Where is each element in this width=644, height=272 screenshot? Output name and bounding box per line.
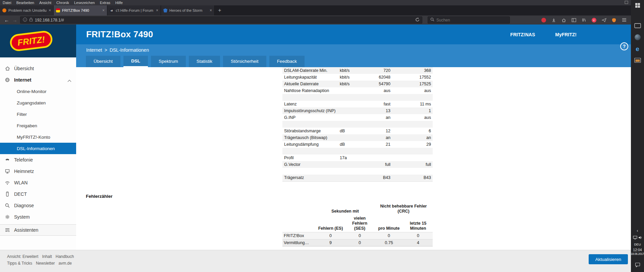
sidebar-item-freigaben[interactable]: Freigaben	[0, 120, 76, 131]
help-button[interactable]: ?	[620, 42, 628, 50]
app-icon-sphere[interactable]	[633, 33, 642, 42]
search-bar[interactable]	[428, 16, 510, 24]
keyboard-language[interactable]: DEU	[634, 242, 641, 246]
footer-link-handbuch[interactable]: Handbuch	[56, 254, 74, 259]
row-value-downstream	[358, 168, 392, 175]
tab-uebersicht[interactable]: Übersicht	[86, 56, 120, 67]
search-input[interactable]	[436, 18, 507, 22]
row-value-downstream	[358, 154, 392, 161]
menu-lesezeichen[interactable]: Lesezeichen	[74, 1, 95, 5]
close-tab-icon[interactable]: ×	[156, 8, 158, 13]
sidebar-item-dsl-informationen[interactable]: DSL-Informationen	[0, 143, 76, 154]
home-icon[interactable]	[561, 17, 567, 23]
tab-spektrum[interactable]: Spektrum	[151, 56, 186, 67]
tab-feedback[interactable]: Feedback	[269, 56, 305, 67]
footer-link-inhalt[interactable]: Inhalt	[42, 254, 52, 259]
menu-extras[interactable]: Extras	[100, 1, 110, 5]
close-tab-icon[interactable]: ×	[210, 8, 212, 13]
menu-datei[interactable]: Datei	[3, 1, 11, 5]
edge-browser-icon[interactable]: e	[633, 44, 642, 53]
group-header-seconds: Sekunden mit	[316, 203, 374, 215]
sidebar-item-uebersicht[interactable]: Übersicht	[0, 63, 76, 74]
sidebar-item-label: Telefonie	[14, 157, 33, 163]
tab-stoersicherheit[interactable]: Störsicherheit	[223, 56, 266, 67]
browser-tab-1[interactable]: Problem nach Umstellung a ×	[0, 5, 54, 15]
action-center-icon[interactable]	[635, 262, 640, 269]
row-value-upstream	[392, 168, 433, 175]
table-row: Profil 17a	[282, 154, 433, 161]
sidebar-item-myfritz-konto[interactable]: MyFRITZ!-Konto	[0, 131, 76, 143]
row-value-upstream: 17525	[392, 81, 433, 87]
sidebar-item-internet[interactable]: Internet	[0, 74, 76, 86]
row-value-upstream	[392, 121, 433, 128]
task-view-icon[interactable]	[633, 21, 642, 30]
footer-link-newsletter[interactable]: Newsletter	[36, 261, 55, 266]
reload-icon[interactable]	[415, 17, 420, 23]
sidebar-toggle-icon[interactable]	[571, 17, 577, 23]
sidebar-item-zugangsdaten[interactable]: Zugangsdaten	[0, 97, 76, 108]
row-value-upstream	[392, 148, 433, 154]
myfritz-link[interactable]: MyFRITZ!	[555, 32, 577, 37]
row-unit: 17a	[338, 154, 358, 161]
file-explorer-icon[interactable]	[633, 56, 642, 64]
row-value-upstream: 17552	[392, 74, 433, 81]
screen: Datei Bearbeiten Ansicht Chronik Lesezei…	[0, 0, 644, 272]
downloads-icon[interactable]	[551, 17, 556, 23]
pocket-icon[interactable]: v	[591, 17, 597, 23]
hamburger-menu-icon[interactable]	[621, 17, 627, 23]
breadcrumb-section[interactable]: Internet	[86, 47, 102, 53]
network-tray-icon[interactable]	[633, 235, 637, 241]
sidebar-item-telefonie[interactable]: Telefonie	[0, 154, 76, 166]
show-hidden-icons-chevron[interactable]: ‹	[637, 228, 638, 233]
fritznas-link[interactable]: FRITZ!NAS	[510, 32, 535, 37]
window-icon[interactable]	[625, 1, 628, 5]
footer-link-tipps[interactable]: Tipps & Tricks	[7, 261, 32, 266]
forward-button[interactable]: ←	[11, 16, 19, 24]
close-tab-icon[interactable]: ×	[49, 8, 51, 13]
start-button[interactable]	[635, 3, 640, 9]
menu-bearbeiten[interactable]: Bearbeiten	[16, 1, 34, 5]
sidebar-item-filter[interactable]: Filter	[0, 108, 76, 120]
browser-tab-fritzbox[interactable]: FRITZ!Box 7490 ×	[54, 5, 107, 15]
row-value-downstream: 54790	[358, 81, 392, 87]
tab-dsl[interactable]: DSL	[123, 56, 148, 67]
url-bar[interactable]: i	[20, 16, 422, 24]
menu-ansicht[interactable]: Ansicht	[39, 1, 51, 5]
row-unit	[338, 148, 358, 154]
back-button[interactable]: ←	[3, 16, 11, 24]
info-icon[interactable]: i	[23, 17, 27, 23]
group-header-crc: Nicht behebbare Fehler (CRC)	[374, 203, 433, 215]
footer-link-avm[interactable]: avm.de	[59, 261, 72, 266]
browser-tab-4[interactable]: Heroes of the Storm ×	[161, 5, 215, 15]
taskbar-clock[interactable]: 12:04 18.06.2017	[631, 248, 644, 256]
send-icon[interactable]	[601, 17, 607, 23]
volume-tray-icon[interactable]	[638, 235, 642, 241]
adblock-icon[interactable]	[541, 17, 546, 23]
browser-tab-3[interactable]: ct c't Hilfe-Forum | Forum - h ×	[107, 5, 161, 15]
url-input[interactable]	[35, 18, 413, 22]
row-value-upstream: 368	[392, 67, 433, 74]
sidebar-item-dect[interactable]: DECT	[0, 188, 76, 200]
shield-icon[interactable]	[611, 17, 617, 23]
row-value-upstream: B43	[392, 175, 433, 181]
aktualisieren-button[interactable]: Aktualisieren	[589, 254, 628, 264]
sidebar-menu: Übersicht Internet Online-Monitor Zugang…	[0, 57, 76, 236]
sidebar-item-diagnose[interactable]: Diagnose	[0, 200, 76, 211]
menu-hilfe[interactable]: Hilfe	[115, 1, 123, 5]
menu-chronik[interactable]: Chronik	[56, 1, 69, 5]
row-value-downstream: 13	[358, 107, 392, 114]
sidebar-item-online-monitor[interactable]: Online-Monitor	[0, 86, 76, 97]
sidebar-item-assistenten[interactable]: Assistenten	[0, 224, 76, 236]
close-tab-icon[interactable]: ×	[102, 8, 105, 13]
row-label: Leitungsdämpfung	[282, 141, 338, 148]
sidebar-item-wlan[interactable]: WLAN	[0, 177, 76, 188]
row-value-upstream: 29	[392, 141, 433, 148]
sidebar-item-heimnetz[interactable]: Heimnetz	[0, 166, 76, 177]
library-icon[interactable]	[581, 17, 587, 23]
table-row: Leitungskapazität kbit/s 62048 17552	[282, 74, 433, 81]
sidebar-item-system[interactable]: System	[0, 211, 76, 223]
tab-statistik[interactable]: Statistik	[189, 56, 220, 67]
browser-tabbar: Problem nach Umstellung a × FRITZ!Box 74…	[0, 5, 631, 15]
footer-link-ansicht[interactable]: Ansicht: Erweitert	[7, 254, 38, 259]
new-tab-button[interactable]: +	[215, 5, 225, 15]
